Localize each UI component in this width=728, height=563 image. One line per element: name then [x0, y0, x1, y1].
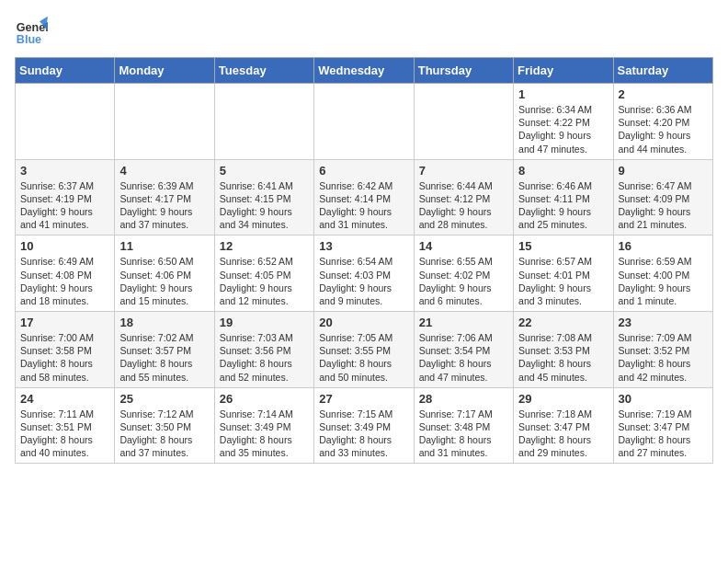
day-cell: 10Sunrise: 6:49 AM Sunset: 4:08 PM Dayli… [16, 236, 115, 312]
day-info: Sunrise: 6:44 AM Sunset: 4:12 PM Dayligh… [419, 179, 508, 232]
day-info: Sunrise: 6:36 AM Sunset: 4:20 PM Dayligh… [619, 103, 708, 155]
day-number: 3 [20, 164, 109, 178]
day-cell: 30Sunrise: 7:19 AM Sunset: 3:47 PM Dayli… [613, 387, 712, 464]
day-info: Sunrise: 7:11 AM Sunset: 3:51 PM Dayligh… [20, 408, 109, 460]
day-number: 19 [220, 316, 309, 329]
header-day-thursday: Thursday [414, 58, 513, 84]
header-day-friday: Friday [514, 58, 613, 84]
day-info: Sunrise: 6:49 AM Sunset: 4:08 PM Dayligh… [20, 255, 109, 307]
day-cell: 13Sunrise: 6:54 AM Sunset: 4:03 PM Dayli… [314, 236, 414, 312]
day-number: 7 [419, 164, 508, 178]
day-cell: 8Sunrise: 6:46 AM Sunset: 4:11 PM Daylig… [514, 159, 613, 236]
day-cell: 24Sunrise: 7:11 AM Sunset: 3:51 PM Dayli… [16, 387, 115, 464]
day-number: 16 [619, 239, 708, 253]
day-number: 5 [220, 164, 309, 178]
day-number: 21 [419, 316, 508, 329]
day-info: Sunrise: 7:06 AM Sunset: 3:54 PM Dayligh… [419, 331, 508, 384]
day-cell [214, 84, 313, 160]
day-number: 17 [20, 316, 109, 329]
header-day-tuesday: Tuesday [214, 58, 313, 84]
svg-text:Blue: Blue [17, 33, 41, 46]
day-info: Sunrise: 6:57 AM Sunset: 4:01 PM Dayligh… [518, 255, 608, 307]
day-cell: 21Sunrise: 7:06 AM Sunset: 3:54 PM Dayli… [414, 312, 513, 388]
day-info: Sunrise: 7:00 AM Sunset: 3:58 PM Dayligh… [20, 331, 109, 384]
day-cell: 4Sunrise: 6:39 AM Sunset: 4:17 PM Daylig… [115, 159, 214, 236]
day-cell: 26Sunrise: 7:14 AM Sunset: 3:49 PM Dayli… [214, 387, 313, 464]
day-number: 9 [619, 164, 708, 178]
day-cell [314, 84, 414, 160]
day-info: Sunrise: 7:05 AM Sunset: 3:55 PM Dayligh… [319, 331, 408, 384]
header-day-saturday: Saturday [613, 58, 712, 84]
day-cell: 5Sunrise: 6:41 AM Sunset: 4:15 PM Daylig… [214, 159, 313, 236]
day-cell: 23Sunrise: 7:09 AM Sunset: 3:52 PM Dayli… [613, 312, 712, 388]
day-cell: 1Sunrise: 6:34 AM Sunset: 4:22 PM Daylig… [514, 84, 613, 160]
day-info: Sunrise: 6:47 AM Sunset: 4:09 PM Dayligh… [619, 179, 708, 232]
day-info: Sunrise: 7:03 AM Sunset: 3:56 PM Dayligh… [220, 331, 309, 384]
day-info: Sunrise: 6:34 AM Sunset: 4:22 PM Dayligh… [518, 103, 608, 155]
day-number: 6 [319, 164, 408, 178]
day-info: Sunrise: 6:50 AM Sunset: 4:06 PM Dayligh… [119, 255, 209, 307]
day-number: 4 [119, 164, 209, 178]
day-cell: 6Sunrise: 6:42 AM Sunset: 4:14 PM Daylig… [314, 159, 414, 236]
calendar-body: 1Sunrise: 6:34 AM Sunset: 4:22 PM Daylig… [16, 84, 713, 464]
day-number: 14 [419, 239, 508, 253]
day-info: Sunrise: 7:19 AM Sunset: 3:47 PM Dayligh… [619, 408, 708, 460]
day-number: 24 [20, 392, 109, 406]
day-number: 12 [220, 239, 309, 253]
day-info: Sunrise: 6:59 AM Sunset: 4:00 PM Dayligh… [619, 255, 708, 307]
day-number: 15 [518, 239, 608, 253]
day-number: 10 [20, 239, 109, 253]
calendar-header: SundayMondayTuesdayWednesdayThursdayFrid… [16, 58, 713, 84]
day-cell [414, 84, 513, 160]
day-info: Sunrise: 7:08 AM Sunset: 3:53 PM Dayligh… [518, 331, 608, 384]
day-number: 22 [518, 316, 608, 329]
header-day-monday: Monday [115, 58, 214, 84]
day-number: 13 [319, 239, 408, 253]
week-row-2: 3Sunrise: 6:37 AM Sunset: 4:19 PM Daylig… [16, 159, 713, 236]
day-info: Sunrise: 7:14 AM Sunset: 3:49 PM Dayligh… [220, 408, 309, 460]
week-row-1: 1Sunrise: 6:34 AM Sunset: 4:22 PM Daylig… [16, 84, 713, 160]
day-cell [16, 84, 115, 160]
day-info: Sunrise: 6:52 AM Sunset: 4:05 PM Dayligh… [220, 255, 309, 307]
week-row-4: 17Sunrise: 7:00 AM Sunset: 3:58 PM Dayli… [16, 312, 713, 388]
day-cell: 20Sunrise: 7:05 AM Sunset: 3:55 PM Dayli… [314, 312, 414, 388]
day-cell: 16Sunrise: 6:59 AM Sunset: 4:00 PM Dayli… [613, 236, 712, 312]
day-info: Sunrise: 7:18 AM Sunset: 3:47 PM Dayligh… [518, 408, 608, 460]
day-number: 1 [518, 87, 608, 101]
week-row-3: 10Sunrise: 6:49 AM Sunset: 4:08 PM Dayli… [16, 236, 713, 312]
day-number: 25 [119, 392, 209, 406]
day-number: 18 [119, 316, 209, 329]
header-day-wednesday: Wednesday [314, 58, 414, 84]
day-info: Sunrise: 7:09 AM Sunset: 3:52 PM Dayligh… [619, 331, 708, 384]
day-cell: 18Sunrise: 7:02 AM Sunset: 3:57 PM Dayli… [115, 312, 214, 388]
day-cell: 11Sunrise: 6:50 AM Sunset: 4:06 PM Dayli… [115, 236, 214, 312]
day-cell: 2Sunrise: 6:36 AM Sunset: 4:20 PM Daylig… [613, 84, 712, 160]
day-number: 8 [518, 164, 608, 178]
day-cell: 25Sunrise: 7:12 AM Sunset: 3:50 PM Dayli… [115, 387, 214, 464]
day-info: Sunrise: 7:15 AM Sunset: 3:49 PM Dayligh… [319, 408, 408, 460]
day-number: 29 [518, 392, 608, 406]
day-info: Sunrise: 6:39 AM Sunset: 4:17 PM Dayligh… [119, 179, 209, 232]
day-cell [115, 84, 214, 160]
day-cell: 22Sunrise: 7:08 AM Sunset: 3:53 PM Dayli… [514, 312, 613, 388]
day-info: Sunrise: 6:41 AM Sunset: 4:15 PM Dayligh… [220, 179, 309, 232]
day-number: 26 [220, 392, 309, 406]
header-day-sunday: Sunday [16, 58, 115, 84]
day-number: 30 [619, 392, 708, 406]
day-info: Sunrise: 6:37 AM Sunset: 4:19 PM Dayligh… [20, 179, 109, 232]
day-number: 11 [119, 239, 209, 253]
day-cell: 7Sunrise: 6:44 AM Sunset: 4:12 PM Daylig… [414, 159, 513, 236]
logo: General Blue [15, 15, 51, 48]
day-cell: 15Sunrise: 6:57 AM Sunset: 4:01 PM Dayli… [514, 236, 613, 312]
day-cell: 3Sunrise: 6:37 AM Sunset: 4:19 PM Daylig… [16, 159, 115, 236]
week-row-5: 24Sunrise: 7:11 AM Sunset: 3:51 PM Dayli… [16, 387, 713, 464]
day-cell: 19Sunrise: 7:03 AM Sunset: 3:56 PM Dayli… [214, 312, 313, 388]
logo-icon: General Blue [15, 15, 48, 48]
day-number: 20 [319, 316, 408, 329]
day-cell: 17Sunrise: 7:00 AM Sunset: 3:58 PM Dayli… [16, 312, 115, 388]
day-number: 2 [619, 87, 708, 101]
day-info: Sunrise: 7:02 AM Sunset: 3:57 PM Dayligh… [119, 331, 209, 384]
day-cell: 28Sunrise: 7:17 AM Sunset: 3:48 PM Dayli… [414, 387, 513, 464]
day-cell: 27Sunrise: 7:15 AM Sunset: 3:49 PM Dayli… [314, 387, 414, 464]
day-info: Sunrise: 6:46 AM Sunset: 4:11 PM Dayligh… [518, 179, 608, 232]
